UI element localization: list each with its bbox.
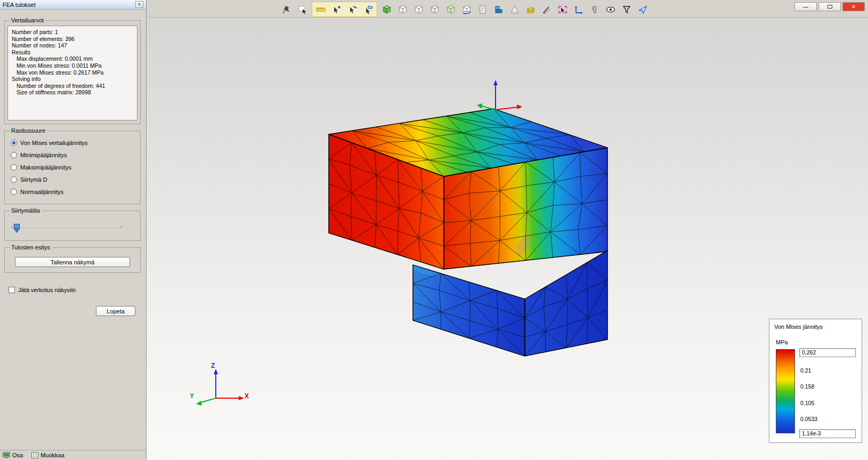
radio-min-principal[interactable]: Minimipääjännitys	[11, 151, 135, 158]
eye-icon[interactable]	[604, 3, 617, 16]
ruler-icon[interactable]	[314, 3, 327, 16]
results-display-label: Tulosten esitys	[10, 244, 52, 251]
stress-quantity-label: Rasitussuure	[10, 127, 47, 134]
wire-cube-icon[interactable]	[396, 3, 409, 16]
toolbar	[280, 2, 649, 17]
legend-color-bar	[776, 349, 795, 433]
legend-value: 0.105	[800, 400, 814, 406]
maximize-icon	[828, 5, 832, 9]
radio-label: Normaalijännitys	[20, 189, 63, 195]
send-plane-icon[interactable]	[636, 3, 649, 16]
displacement-slider[interactable]	[11, 222, 134, 236]
axis-label-z: Z	[211, 362, 215, 369]
keep-mesh-label: Jätä verkotus näkyviin	[18, 287, 76, 293]
slider-thumb[interactable]	[14, 224, 20, 233]
attach-icon[interactable]	[588, 3, 601, 16]
taskbar-item-muokkaa[interactable]: Muokkaa	[31, 452, 64, 458]
summary-line: Number of degrees of freedom: 441	[12, 83, 133, 90]
stress-legend: Von Mises jännitys MPa 0.262 0.21 0.158 …	[769, 319, 862, 443]
select-region-icon[interactable]	[296, 3, 309, 16]
radio-dot[interactable]	[11, 176, 17, 183]
shaded-cube-icon[interactable]	[380, 3, 393, 16]
summary-line: Results	[12, 49, 133, 56]
cone-icon[interactable]	[508, 3, 521, 16]
fea-results-panel: FEA tulokset × Vertailuarvot Number of p…	[0, 0, 147, 460]
panel-titlebar: FEA tulokset ×	[0, 0, 146, 10]
legend-max-field[interactable]: 0.262	[799, 348, 856, 357]
radio-label: Siirtymä D	[20, 176, 47, 183]
window-controls: — ×	[794, 2, 865, 11]
slider-tick	[12, 226, 12, 229]
quit-button[interactable]: Lopeta	[96, 306, 135, 316]
snap-edge-icon[interactable]	[346, 3, 359, 16]
displacement-state-group: Siirtymätila	[4, 207, 141, 241]
save-view-button[interactable]: Tallenna näkymä	[15, 257, 130, 267]
radio-displacement[interactable]: Siirtymä D	[11, 176, 135, 183]
snap-tool-group	[312, 2, 377, 17]
legend-title: Von Mises jännitys	[774, 324, 823, 330]
slider-track[interactable]	[12, 228, 121, 229]
taskbar-item-label: Osa	[12, 452, 23, 458]
cutter-icon[interactable]	[540, 3, 553, 16]
panel-close-button[interactable]: ×	[135, 1, 143, 8]
wire-cube-3-icon[interactable]	[428, 3, 441, 16]
radio-label: Minimipääjännitys	[20, 152, 67, 158]
summary-line: Solving info	[12, 76, 133, 83]
origin-triad	[477, 80, 522, 110]
comparison-values-label: Vertailuarvot	[10, 17, 45, 23]
summary-line: Number of elements: 396	[12, 36, 133, 43]
legend-unit: MPa	[776, 339, 788, 345]
keep-mesh-checkbox[interactable]	[9, 287, 15, 293]
summary-line: Size of stiffness matrix: 28998	[12, 89, 133, 96]
top-toolbar-strip: — ×	[147, 0, 868, 18]
layers-icon[interactable]	[524, 3, 537, 16]
axis-label-y: Y	[190, 392, 194, 400]
close-window-button[interactable]: ×	[842, 2, 865, 11]
report-icon[interactable]	[476, 3, 489, 16]
extrude-steps-icon[interactable]	[492, 3, 505, 16]
radio-dot[interactable]	[11, 140, 17, 146]
results-display-group: Tulosten esitys Tallenna näkymä	[4, 244, 141, 273]
legend-value: 0.21	[800, 367, 811, 374]
radio-normal-stress[interactable]: Normaalijännitys	[11, 188, 135, 195]
radio-dot[interactable]	[11, 189, 17, 195]
radio-label: Maksimipääjännitys	[20, 164, 71, 171]
displacement-state-label: Siirtymätila	[10, 207, 42, 214]
world-axes-triad	[196, 369, 244, 406]
radio-dot[interactable]	[11, 164, 17, 171]
comparison-values-group: Vertailuarvot Number of parts: 1 Number …	[4, 17, 141, 124]
snap-point-icon[interactable]	[330, 3, 343, 16]
stress-quantity-group: Rasitussuure Von Mises vertailujännitys …	[4, 127, 141, 204]
taskbar-item-osa[interactable]: Osa	[3, 452, 23, 458]
radio-dot[interactable]	[11, 152, 17, 158]
summary-line: Number of parts: 1	[12, 29, 133, 36]
panel-title: FEA tulokset	[3, 2, 36, 8]
legend-value: 0.0533	[800, 416, 817, 422]
part-icon	[3, 452, 10, 458]
snap-face-icon[interactable]	[362, 3, 375, 16]
pin-icon[interactable]	[280, 3, 293, 16]
summary-line: Max von Mises stress: 0.2617 MPa	[12, 69, 133, 76]
taskbar-item-label: Muokkaa	[40, 452, 64, 458]
summary-line: Min von Mises stress: 0.0011 MPa	[12, 62, 133, 69]
legend-value: 0.158	[800, 383, 814, 390]
keep-mesh-visible-row[interactable]: Jätä verkotus näkyviin	[9, 287, 146, 293]
legend-min-field[interactable]: 1.14e-3	[799, 429, 856, 438]
radio-label: Von Mises vertailujännitys	[20, 140, 88, 146]
radio-max-principal[interactable]: Maksimipääjännitys	[11, 164, 135, 171]
filter-icon[interactable]	[620, 3, 633, 16]
analysis-summary: Number of parts: 1 Number of elements: 3…	[7, 26, 137, 120]
ghost-cube-icon[interactable]	[444, 3, 457, 16]
rotate-cube-icon[interactable]	[460, 3, 473, 16]
summary-line: Max displacement: 0.0001 mm	[12, 55, 133, 62]
move-axes-icon[interactable]	[572, 3, 585, 16]
fea-model	[329, 109, 607, 356]
slider-tick	[121, 226, 121, 229]
summary-line: Number of nodes: 147	[12, 42, 133, 49]
minimize-button[interactable]: —	[794, 2, 817, 11]
wire-cube-2-icon[interactable]	[412, 3, 425, 16]
zoom-region-icon[interactable]	[556, 3, 569, 16]
radio-von-mises[interactable]: Von Mises vertailujännitys	[11, 139, 135, 146]
maximize-button[interactable]	[818, 2, 841, 11]
edit-grid-icon	[31, 452, 38, 458]
